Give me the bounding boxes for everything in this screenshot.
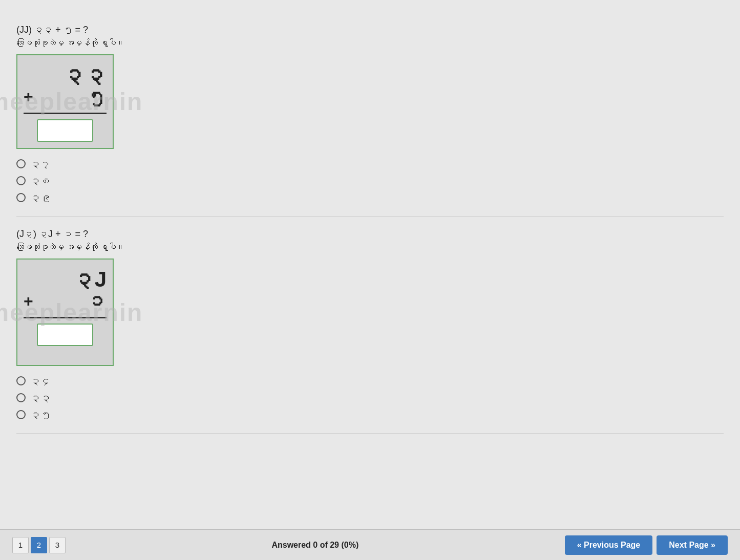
page-3[interactable]: 3 bbox=[49, 537, 66, 553]
page-1[interactable]: 1 bbox=[12, 537, 29, 553]
math-bot-1: ၅ bbox=[87, 87, 107, 109]
math-box-wrapper-2: meeplearnin + ၃J ၁ bbox=[16, 259, 114, 366]
math-box-wrapper-1: meeplearnin + ၃၃ ၅ bbox=[16, 54, 114, 149]
main-content: (JJ) ၃၃ + ၅ = ? အဖြေသုံးခုထဲမှ အမှန်ကို … bbox=[0, 0, 740, 495]
page-numbers: 1 2 3 bbox=[12, 537, 66, 553]
option-2-3[interactable]: ၃၅ bbox=[16, 409, 724, 421]
next-page-button[interactable]: Next Page » bbox=[657, 535, 728, 555]
option-text-2-2: ၃၃ bbox=[31, 392, 51, 404]
option-text-2-3: ၃၅ bbox=[31, 409, 51, 421]
footer-buttons: « Previous Page Next Page » bbox=[565, 535, 728, 555]
option-2-2[interactable]: ၃၃ bbox=[16, 392, 724, 404]
footer: 1 2 3 Answered 0 of 29 (0%) « Previous P… bbox=[0, 529, 740, 560]
option-text-1-2: ၃၈ bbox=[31, 175, 51, 187]
question-1-label: (JJ) ၃၃ + ၅ = ? bbox=[16, 25, 724, 35]
options-list-2: ၃၄ ၃၃ ၃၅ bbox=[16, 375, 724, 421]
question-block-2: (J၃) ၃J + ၁ = ? အဖြေသုံးခုထဲမှ အမှန်ကို … bbox=[16, 217, 724, 434]
option-text-1-3: ၃၉ bbox=[31, 192, 51, 204]
math-line-1 bbox=[24, 113, 107, 114]
question-block-1: (JJ) ၃၃ + ၅ = ? အဖြေသုံးခုထဲမှ အမှန်ကို … bbox=[16, 12, 724, 217]
option-2-1[interactable]: ၃၄ bbox=[16, 375, 724, 387]
math-answer-box-1[interactable] bbox=[37, 119, 93, 142]
option-1-2[interactable]: ၃၈ bbox=[16, 175, 724, 187]
footer-status: Answered 0 of 29 (0%) bbox=[271, 541, 358, 550]
math-numbers-2: + ၃J ၁ bbox=[24, 268, 107, 313]
question-1-instruction: အဖြေသုံးခုထဲမှ အမှန်ကို ရွေးပါ။ bbox=[16, 38, 724, 47]
math-line-2 bbox=[24, 317, 107, 318]
radio-2-1[interactable] bbox=[16, 376, 26, 385]
page-2[interactable]: 2 bbox=[31, 537, 47, 553]
radio-1-3[interactable] bbox=[16, 193, 26, 202]
radio-2-3[interactable] bbox=[16, 410, 26, 419]
option-1-3[interactable]: ၃၉ bbox=[16, 192, 724, 204]
question-2-instruction: အဖြေသုံးခုထဲမှ အမှန်ကို ရွေးပါ။ bbox=[16, 243, 724, 251]
option-1-1[interactable]: ၃၇ bbox=[16, 158, 724, 170]
options-list-1: ၃၇ ၃၈ ၃၉ bbox=[16, 158, 724, 204]
question-2-label: (J၃) ၃J + ၁ = ? bbox=[16, 229, 724, 240]
radio-2-2[interactable] bbox=[16, 393, 26, 402]
plus-sign-1: + bbox=[24, 88, 33, 106]
math-box-1: + ၃၃ ၅ bbox=[16, 54, 114, 149]
math-top-2: ၃J bbox=[73, 268, 107, 291]
math-box-2: + ၃J ၁ bbox=[16, 259, 114, 366]
math-numbers-1: + ၃၃ ၅ bbox=[24, 63, 107, 109]
option-text-2-1: ၃၄ bbox=[31, 375, 51, 387]
option-text-1-1: ၃၇ bbox=[31, 158, 51, 170]
math-top-1: ၃၃ bbox=[64, 63, 107, 87]
previous-page-button[interactable]: « Previous Page bbox=[565, 535, 653, 555]
radio-1-1[interactable] bbox=[16, 159, 26, 168]
math-bot-2: ၁ bbox=[87, 291, 107, 313]
plus-sign-2: + bbox=[24, 292, 33, 311]
radio-1-2[interactable] bbox=[16, 176, 26, 185]
math-answer-box-2[interactable] bbox=[37, 324, 93, 346]
